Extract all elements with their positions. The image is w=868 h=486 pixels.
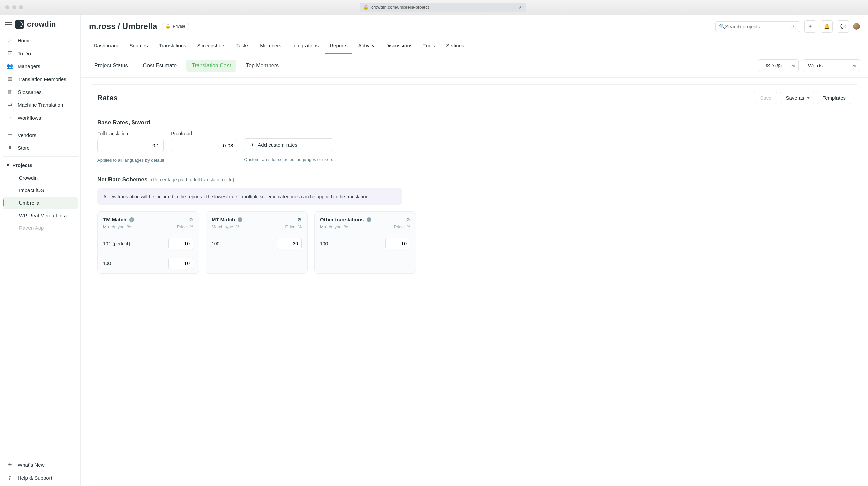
info-icon[interactable]: i bbox=[238, 217, 242, 222]
price-input[interactable] bbox=[168, 258, 193, 269]
proofread-label: Proofread bbox=[171, 131, 237, 136]
sidebar-item-home[interactable]: ⌂Home bbox=[3, 34, 78, 47]
tab-members[interactable]: Members bbox=[255, 39, 286, 54]
add-button[interactable]: ＋ bbox=[804, 20, 816, 33]
glossary-icon: ▥ bbox=[7, 89, 13, 95]
mt-icon: ⇄ bbox=[7, 102, 13, 108]
gear-icon[interactable]: ⚙ bbox=[406, 217, 410, 222]
projects-toggle[interactable]: ▾Projects bbox=[3, 159, 78, 171]
sidebar: crowdin ⌂Home ☑To Do 👥Managers ▤Translat… bbox=[0, 15, 81, 486]
card-title: Other translations bbox=[320, 217, 364, 222]
templates-button[interactable]: Templates bbox=[817, 92, 851, 104]
price-input[interactable] bbox=[385, 238, 410, 249]
workflow-icon: ⚬ bbox=[7, 115, 13, 121]
price-input[interactable] bbox=[277, 238, 302, 249]
bell-icon: 🔔 bbox=[824, 24, 830, 29]
scheme-row: 101 (perfect) bbox=[98, 234, 199, 254]
tab-settings[interactable]: Settings bbox=[441, 39, 469, 54]
price-input[interactable] bbox=[168, 238, 193, 249]
add-custom-rates-button[interactable]: ＋Add custom rates bbox=[244, 138, 333, 151]
full-translation-input[interactable] bbox=[97, 139, 164, 152]
gear-icon[interactable]: ⚙ bbox=[297, 217, 302, 222]
gift-icon: ✦ bbox=[7, 462, 13, 468]
scheme-card-mt: MT Match i ⚙ Match type, %Price, % 100 bbox=[206, 211, 308, 274]
vendors-icon: ▭ bbox=[7, 132, 13, 138]
tab-reports[interactable]: Reports bbox=[325, 39, 352, 54]
lock-icon: 🔒 bbox=[165, 24, 171, 29]
info-icon[interactable]: i bbox=[129, 217, 134, 222]
sidebar-item-help[interactable]: ?Help & Support bbox=[3, 471, 78, 484]
project-item[interactable]: WP Real Media Library (un… bbox=[3, 209, 78, 222]
card-title: MT Match bbox=[212, 217, 235, 222]
tab-dashboard[interactable]: Dashboard bbox=[89, 39, 123, 54]
currency-select[interactable]: USD ($) bbox=[758, 59, 799, 72]
tab-integrations[interactable]: Integrations bbox=[288, 39, 323, 54]
search-shortcut: / bbox=[791, 24, 796, 29]
tab-tasks[interactable]: Tasks bbox=[232, 39, 254, 54]
scheme-row: 100 bbox=[206, 234, 307, 254]
url-bar[interactable]: 🔒 crowdin.com/umbrella-project ★ bbox=[360, 3, 526, 12]
avatar[interactable] bbox=[853, 23, 860, 30]
sidebar-item-whatsnew[interactable]: ✦What's New bbox=[3, 458, 78, 471]
messages-button[interactable]: 💬 bbox=[837, 20, 849, 33]
schemes-subtitle: (Percentage paid of full translation rat… bbox=[151, 177, 234, 182]
panel-title: Rates bbox=[97, 94, 118, 102]
chevron-down-icon: ▾ bbox=[7, 162, 9, 168]
notifications-button[interactable]: 🔔 bbox=[821, 20, 833, 33]
save-as-button[interactable]: Save as bbox=[780, 92, 814, 104]
main: m.ross / Umbrella 🔒Private 🔍 / ＋ 🔔 💬 Das… bbox=[81, 15, 868, 486]
gear-icon[interactable]: ⚙ bbox=[189, 217, 193, 222]
url-text: crowdin.com/umbrella-project bbox=[371, 5, 429, 10]
sidebar-item-workflows[interactable]: ⚬Workflows bbox=[3, 111, 78, 124]
subtab-cost-estimate[interactable]: Cost Estimate bbox=[138, 60, 182, 72]
custom-rates-hint: Custom rates for selected languages or u… bbox=[244, 157, 333, 162]
minimize-dot[interactable] bbox=[12, 5, 16, 9]
base-rates-hint: Applies to all languages by default bbox=[97, 158, 164, 163]
close-dot[interactable] bbox=[5, 5, 9, 9]
sidebar-item-mt[interactable]: ⇄Machine Translation bbox=[3, 98, 78, 111]
tab-discussions[interactable]: Discussions bbox=[380, 39, 417, 54]
proofread-input[interactable] bbox=[171, 139, 237, 152]
visibility-badge: 🔒Private bbox=[162, 23, 189, 30]
save-button[interactable]: Save bbox=[754, 92, 777, 104]
sidebar-item-vendors[interactable]: ▭Vendors bbox=[3, 128, 78, 141]
tab-sources[interactable]: Sources bbox=[124, 39, 153, 54]
project-item-active[interactable]: Umbrella bbox=[3, 197, 78, 209]
tab-translations[interactable]: Translations bbox=[154, 39, 191, 54]
sidebar-item-glossaries[interactable]: ▥Glossaries bbox=[3, 85, 78, 98]
sidebar-item-todo[interactable]: ☑To Do bbox=[3, 47, 78, 60]
search-input[interactable] bbox=[725, 24, 791, 29]
tab-activity[interactable]: Activity bbox=[354, 39, 379, 54]
rates-panel: Rates Save Save as Templates Base Rates,… bbox=[89, 84, 860, 282]
sidebar-item-tm[interactable]: ▤Translation Memories bbox=[3, 73, 78, 85]
logo-mark-icon bbox=[15, 20, 24, 29]
info-icon[interactable]: i bbox=[367, 217, 371, 222]
todo-icon: ☑ bbox=[7, 50, 13, 56]
book-icon: ▤ bbox=[7, 76, 13, 82]
project-item[interactable]: Crowdin bbox=[3, 171, 78, 184]
breadcrumb: m.ross / Umbrella bbox=[89, 22, 157, 31]
plus-icon: ＋ bbox=[250, 142, 255, 148]
subtab-top-members[interactable]: Top Members bbox=[240, 60, 284, 72]
scheme-row: 100 bbox=[315, 234, 416, 254]
sidebar-item-managers[interactable]: 👥Managers bbox=[3, 60, 78, 73]
browser-chrome: 🔒 crowdin.com/umbrella-project ★ bbox=[0, 0, 868, 15]
star-icon[interactable]: ★ bbox=[518, 5, 522, 10]
window-controls bbox=[5, 5, 23, 9]
subtab-project-status[interactable]: Project Status bbox=[89, 60, 134, 72]
search-input-wrapper[interactable]: 🔍 / bbox=[715, 21, 800, 32]
hamburger-icon[interactable] bbox=[5, 22, 12, 26]
tab-tools[interactable]: Tools bbox=[418, 39, 440, 54]
zoom-dot[interactable] bbox=[19, 5, 23, 9]
logo[interactable]: crowdin bbox=[15, 20, 56, 29]
subtab-translation-cost[interactable]: Translation Cost bbox=[186, 60, 236, 72]
logo-text: crowdin bbox=[27, 20, 56, 29]
project-item[interactable]: Raven App bbox=[3, 222, 78, 234]
search-icon: 🔍 bbox=[719, 24, 725, 29]
base-rates-title: Base Rates, $/word bbox=[97, 119, 851, 126]
sidebar-item-store[interactable]: ⬇Store bbox=[3, 141, 78, 154]
chat-icon: 💬 bbox=[840, 24, 846, 29]
unit-select[interactable]: Words bbox=[803, 59, 860, 72]
tab-screenshots[interactable]: Screenshots bbox=[193, 39, 230, 54]
project-item[interactable]: Impact iOS bbox=[3, 184, 78, 197]
